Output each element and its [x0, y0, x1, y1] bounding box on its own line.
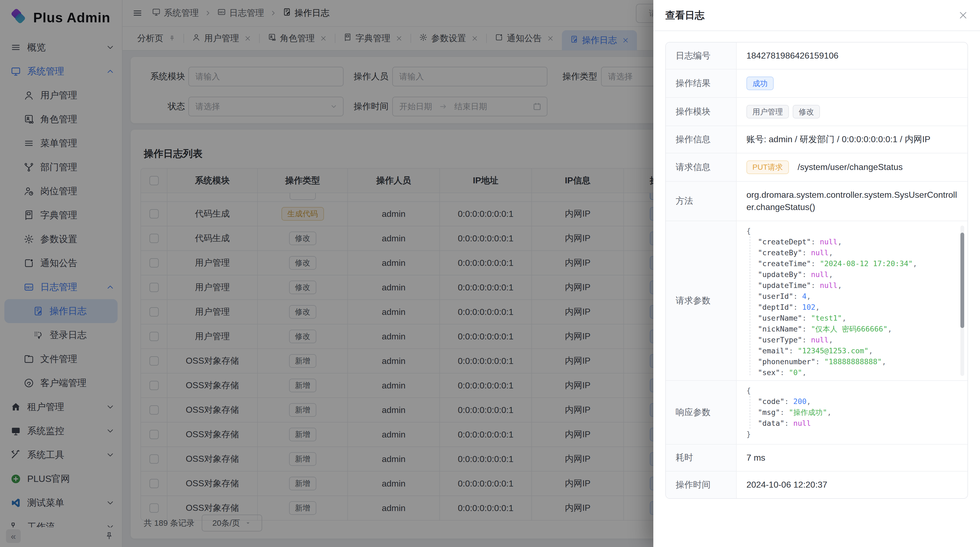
- indent-block: "createDept": null,"createBy": null,"cre…: [750, 236, 958, 376]
- code-line: "updateTime": null,: [758, 280, 958, 291]
- code-line: "createBy": null,: [758, 247, 958, 258]
- code-line: "sex": "0",: [758, 367, 958, 376]
- description-label: 耗时: [666, 445, 737, 471]
- drawer-body: 日志编号1842781986426159106操作结果成功操作模块用户管理修改操…: [653, 31, 980, 510]
- scrollbar-thumb[interactable]: [960, 233, 964, 328]
- description-value: 账号: admin / 研发部门 / 0:0:0:0:0:0:0:1 / 内网I…: [737, 126, 967, 153]
- description-value: 1842781986426159106: [737, 43, 967, 69]
- code-line: }: [746, 429, 958, 440]
- description-row-请求信息: 请求信息PUT请求/system/user/changeStatus: [666, 153, 967, 182]
- code-line: "email": "12345@1253.com",: [758, 345, 958, 356]
- code-line: "msg": "操作成功",: [758, 407, 958, 418]
- description-label: 方法: [666, 182, 737, 221]
- description-label: 操作结果: [666, 69, 737, 97]
- code-line: "userId": 4,: [758, 291, 958, 302]
- description-row-日志编号: 日志编号1842781986426159106: [666, 43, 967, 69]
- app-root: Plus Admin 概览系统管理用户管理角色管理菜单管理部门管理岗位管理字典管…: [0, 0, 980, 547]
- description-label: 请求参数: [666, 221, 737, 380]
- description-value: {"createDept": null,"createBy": null,"cr…: [737, 221, 967, 380]
- description-row-方法: 方法org.dromara.system.controller.system.S…: [666, 182, 967, 221]
- code-line: "deptId": 102,: [758, 302, 958, 313]
- code-line: "createTime": "2024-08-12 17:20:34",: [758, 258, 958, 269]
- description-row-操作时间: 操作时间2024-10-06 12:20:37: [666, 472, 967, 498]
- code-clip: {"createDept": null,"createBy": null,"cr…: [746, 226, 958, 376]
- code-line: "nickName": "仅本人 密码666666",: [758, 324, 958, 335]
- tag-PUT请求: PUT请求: [746, 161, 789, 174]
- request-url: /system/user/changeStatus: [798, 161, 903, 173]
- description-value: 7 ms: [737, 445, 967, 471]
- description-row-响应参数: 响应参数{"code": 200,"msg": "操作成功","data": n…: [666, 381, 967, 445]
- code-line: "userName": "test1",: [758, 313, 958, 324]
- drawer-header: 查看日志: [653, 0, 980, 31]
- description-label: 日志编号: [666, 43, 737, 69]
- code-line: {: [746, 385, 958, 396]
- drawer-title: 查看日志: [665, 9, 705, 22]
- description-row-操作结果: 操作结果成功: [666, 69, 967, 98]
- description-value: 2024-10-06 12:20:37: [737, 472, 967, 498]
- description-label: 操作信息: [666, 126, 737, 153]
- description-row-耗时: 耗时7 ms: [666, 445, 967, 472]
- description-label: 操作时间: [666, 472, 737, 498]
- tag-成功: 成功: [746, 77, 774, 90]
- tag-用户管理: 用户管理: [746, 105, 789, 118]
- description-row-操作模块: 操作模块用户管理修改: [666, 98, 967, 126]
- log-detail-drawer: 查看日志 日志编号1842781986426159106操作结果成功操作模块用户…: [653, 0, 980, 547]
- code-line: "userType": null,: [758, 335, 958, 345]
- description-value: PUT请求/system/user/changeStatus: [737, 153, 967, 181]
- code-line: "createDept": null,: [758, 236, 958, 247]
- code-line: "phonenumber": "18888888888",: [758, 356, 958, 367]
- description-value: org.dromara.system.controller.system.Sys…: [737, 182, 967, 221]
- json-code-block: {"createDept": null,"createBy": null,"cr…: [746, 226, 958, 376]
- code-line: {: [746, 226, 958, 236]
- description-row-操作信息: 操作信息账号: admin / 研发部门 / 0:0:0:0:0:0:0:1 /…: [666, 126, 967, 153]
- description-value: 成功: [737, 69, 967, 97]
- description-value: {"code": 200,"msg": "操作成功","data": null}: [737, 381, 967, 444]
- code-line: "code": 200,: [758, 396, 958, 407]
- description-label: 请求信息: [666, 153, 737, 181]
- description-label: 响应参数: [666, 381, 737, 444]
- description-row-请求参数: 请求参数{"createDept": null,"createBy": null…: [666, 221, 967, 381]
- code-line: "data": null: [758, 418, 958, 429]
- code-line: "updateBy": null,: [758, 269, 958, 280]
- close-icon[interactable]: [958, 10, 968, 20]
- json-code-block: {"code": 200,"msg": "操作成功","data": null}: [746, 385, 958, 440]
- tag-修改: 修改: [793, 105, 820, 118]
- description-value: 用户管理修改: [737, 98, 967, 126]
- description-label: 操作模块: [666, 98, 737, 126]
- indent-block: "code": 200,"msg": "操作成功","data": null: [750, 396, 958, 429]
- log-descriptions: 日志编号1842781986426159106操作结果成功操作模块用户管理修改操…: [665, 42, 968, 499]
